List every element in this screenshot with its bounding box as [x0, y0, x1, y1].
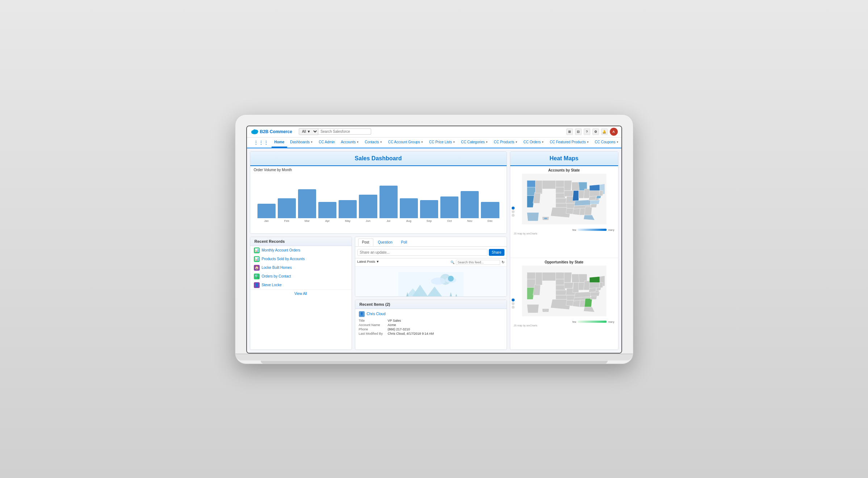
record-icon: 🏠 — [254, 265, 260, 271]
nav-grid-icon[interactable]: ⋮⋮⋮ — [251, 138, 272, 148]
record-link[interactable]: Monthly Account Orders — [262, 248, 301, 252]
feed-share-input[interactable] — [357, 249, 487, 256]
record-link[interactable]: Locke Built Homes — [262, 266, 292, 270]
bar-group-jul: Jul — [380, 186, 398, 223]
grid-icon[interactable]: ⊞ — [566, 128, 573, 135]
top-bar-right: ⊞ ⊟ ? ⚙ 🔔 A — [566, 128, 618, 136]
feed-tab-poll[interactable]: Poll — [397, 238, 411, 246]
svg-point-3 — [253, 129, 256, 132]
detail-row: Phone(866) 217-3210 — [355, 327, 507, 331]
map2-legend-min: few — [572, 321, 576, 323]
heat-maps-title: Heat Maps — [510, 152, 618, 166]
svg-point-6 — [431, 278, 445, 285]
nav-item-ccpricelists[interactable]: CC Price Lists ▼ — [426, 138, 458, 148]
nav-item-home[interactable]: Home — [272, 138, 288, 148]
detail-row: TitleVP Sales — [355, 318, 507, 323]
records-list: 📊Monthly Account Orders📊Products Sold by… — [250, 246, 352, 289]
bar-group-dec: Dec — [481, 202, 499, 223]
search-scope-select[interactable]: All ▼ — [299, 128, 318, 135]
chart-area: JanFebMarAprMayJunJulAugSepOctNovDec — [250, 172, 507, 233]
record-item: 🔍Orders by Contact — [250, 272, 352, 281]
apps-icon[interactable]: ⊟ — [575, 128, 582, 135]
feed-filter-label[interactable]: Latest Posts ▼ — [357, 260, 380, 265]
share-button[interactable]: Share — [489, 249, 504, 256]
bar-group-may: May — [339, 200, 357, 223]
bar-label-dec: Dec — [487, 219, 492, 223]
bar-label-jul: Jul — [387, 219, 390, 223]
bar-group-jun: Jun — [359, 195, 377, 223]
bar-label-may: May — [345, 219, 351, 223]
bar-sep — [420, 200, 438, 218]
view-all-link[interactable]: View All — [250, 289, 352, 297]
sales-dashboard-title: Sales Dashboard — [250, 152, 507, 166]
bell-icon[interactable]: 🔔 — [601, 128, 608, 135]
nav-item-ccorders[interactable]: CC Orders ▼ — [520, 138, 547, 148]
detail-label: Title — [359, 319, 388, 322]
feed-tab-question[interactable]: Question — [374, 238, 397, 246]
feed-tabs: Post Question Poll — [355, 237, 507, 247]
recent-records-panel: Recent Records 📊Monthly Account Orders📊P… — [250, 237, 352, 350]
bar-group-oct: Oct — [440, 196, 458, 223]
bar-label-apr: Apr — [325, 219, 330, 223]
bar-label-feb: Feb — [284, 219, 289, 223]
nav-item-ccadmin[interactable]: CC Admin — [316, 138, 338, 148]
laptop-base — [235, 354, 633, 361]
map1-container — [512, 174, 616, 228]
record-icon: 📊 — [254, 256, 260, 262]
detail-row: Account NameAcme — [355, 323, 507, 327]
bar-jan — [257, 204, 276, 218]
nav-item-ccpromotions[interactable]: CC Promotions ▼ — [622, 138, 622, 148]
map2-section: Opportunities by State — [510, 258, 618, 350]
nav-item-contacts[interactable]: Contacts ▼ — [362, 138, 385, 148]
nav-item-cccoupons[interactable]: CC Coupons ▼ — [592, 138, 622, 148]
detail-value: VP Sales — [388, 319, 401, 322]
feed-search-input[interactable] — [456, 260, 500, 265]
svg-point-18 — [544, 217, 547, 219]
nav-item-accounts[interactable]: Accounts ▼ — [338, 138, 362, 148]
logo-area: B2B Commerce — [251, 129, 292, 135]
avatar[interactable]: A — [610, 128, 618, 136]
bar-jun — [359, 195, 377, 218]
feed-illustration — [398, 272, 464, 297]
detail-row: Last Modified ByChris Cloud, 4/17/2018 9… — [355, 331, 507, 336]
map1-title: Accounts by State — [512, 168, 616, 172]
bar-label-oct: Oct — [447, 219, 452, 223]
refresh-icon[interactable]: ↻ — [502, 260, 504, 264]
feed-tab-post[interactable]: Post — [358, 238, 373, 246]
nav-item-dashboards[interactable]: Dashboards ▼ — [287, 138, 316, 148]
map2-legend-bar — [578, 321, 607, 323]
record-item: 📊Products Sold by Accounts — [250, 255, 352, 263]
bar-jul — [380, 186, 398, 218]
nav-item-ccproducts[interactable]: CC Products ▼ — [491, 138, 521, 148]
laptop-foot — [261, 361, 608, 364]
record-link[interactable]: Orders by Contact — [262, 274, 291, 278]
nav-item-ccaccountgroups[interactable]: CC Account Groups ▼ — [385, 138, 426, 148]
recent-items-panel: Recent Items (2) 👤 Chris Cloud TitleVP S… — [355, 300, 507, 350]
help-icon[interactable]: ? — [584, 128, 590, 135]
chart-title: Order Volume by Month — [250, 166, 507, 172]
record-item: 🏠Locke Built Homes — [250, 263, 352, 272]
svg-point-20 — [544, 309, 547, 311]
bar-group-feb: Feb — [278, 198, 296, 223]
search-icon: 🔍 — [450, 261, 454, 264]
laptop-wrapper: B2B Commerce All ▼ ⊞ ⊟ ? ⚙ 🔔 A ⋮⋮⋮ Home … — [235, 114, 633, 364]
record-link[interactable]: Steve Locke — [262, 283, 282, 287]
bar-feb — [278, 198, 296, 218]
bar-group-sep: Sep — [420, 200, 438, 223]
detail-value: (866) 217-3210 — [388, 327, 410, 331]
nav-item-cccategories[interactable]: CC Categories ▼ — [458, 138, 491, 148]
bar-group-mar: Mar — [298, 189, 316, 223]
feed-panel: Post Question Poll Share Latest Posts ▼ — [355, 237, 507, 297]
gear-icon[interactable]: ⚙ — [592, 128, 599, 135]
person-name-link[interactable]: Chris Cloud — [367, 312, 386, 316]
record-item: 👤Steve Locke — [250, 281, 352, 289]
recent-item-person: 👤 Chris Cloud — [355, 309, 507, 318]
app-name: B2B Commerce — [260, 129, 292, 134]
detail-label: Last Modified By — [359, 332, 388, 335]
search-input[interactable] — [318, 128, 371, 135]
nav-item-ccfeaturedproducts[interactable]: CC Featured Products ▼ — [547, 138, 592, 148]
recent-items-title: Recent Items (2) — [355, 300, 507, 309]
sales-dashboard-panel: Sales Dashboard Order Volume by Month Ja… — [250, 151, 507, 234]
record-link[interactable]: Products Sold by Accounts — [262, 257, 305, 261]
detail-label: Phone — [359, 327, 388, 331]
